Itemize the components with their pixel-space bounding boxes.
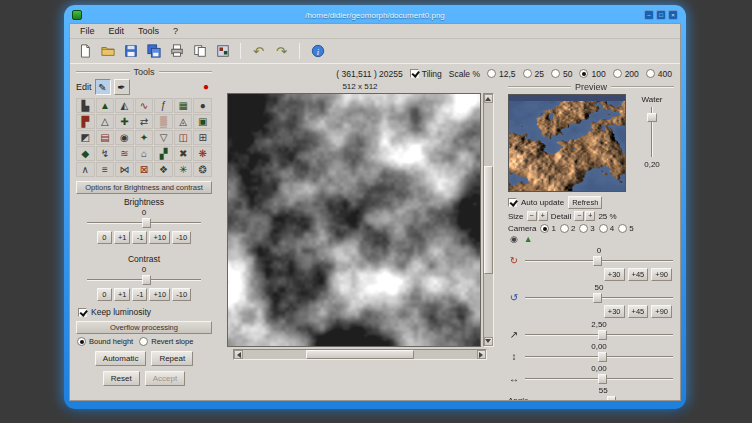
tool-icon[interactable]: △ <box>96 114 115 129</box>
save-icon[interactable] <box>120 41 141 61</box>
detail-increase-button[interactable]: + <box>585 211 595 221</box>
tool-icon[interactable]: ⊞ <box>193 130 212 145</box>
distance-slider[interactable] <box>524 330 674 340</box>
tool-icon[interactable]: ◭ <box>115 98 134 113</box>
tool-icon[interactable]: ▤ <box>96 130 115 145</box>
scroll-right-icon[interactable] <box>477 350 486 359</box>
angle-slider[interactable] <box>532 396 674 400</box>
elevation-plus90-button[interactable]: +90 <box>651 305 672 318</box>
vertical-scrollbar[interactable] <box>483 93 494 347</box>
refresh-button[interactable]: Refresh <box>568 196 602 209</box>
save-as-icon[interactable] <box>143 41 164 61</box>
rotation-plus45-button[interactable]: +45 <box>628 268 649 281</box>
scroll-up-icon[interactable] <box>484 94 493 103</box>
camera-option-5[interactable]: 5 <box>618 224 633 233</box>
tool-icon[interactable]: ≡ <box>96 162 115 177</box>
brightness-step-plus10[interactable]: +10 <box>149 231 170 244</box>
automatic-button[interactable]: Automatic <box>95 351 147 366</box>
close-button[interactable]: × <box>668 10 678 20</box>
rotation-plus90-button[interactable]: +90 <box>651 268 672 281</box>
overflow-option-bound-height[interactable]: Bound height <box>77 337 133 346</box>
camera-option-3[interactable]: 3 <box>579 224 594 233</box>
menu-edit[interactable]: Edit <box>103 25 131 37</box>
pen-tool-icon[interactable]: ✒ <box>114 79 130 95</box>
pencil-tool-icon[interactable]: ✎ <box>95 79 111 95</box>
detail-decrease-button[interactable]: − <box>574 211 584 221</box>
tool-icon[interactable]: ▒ <box>154 114 173 129</box>
tool-icon[interactable]: ✳ <box>174 162 193 177</box>
brightness-slider[interactable] <box>86 218 202 228</box>
tool-icon[interactable]: ▲ <box>96 98 115 113</box>
tool-icon[interactable]: ◬ <box>174 114 193 129</box>
tool-icon[interactable]: ⋈ <box>115 162 134 177</box>
tool-icon[interactable]: ∿ <box>135 98 154 113</box>
camera-option-4[interactable]: 4 <box>599 224 614 233</box>
preferences-icon[interactable] <box>212 41 233 61</box>
tool-icon[interactable]: ✖ <box>174 146 193 161</box>
tool-icon[interactable]: ❖ <box>154 162 173 177</box>
menu-tools[interactable]: Tools <box>132 25 165 37</box>
contrast-slider[interactable] <box>86 275 202 285</box>
horizontal-scroll-thumb[interactable] <box>306 350 414 359</box>
tool-icon[interactable]: ∧ <box>76 162 95 177</box>
eye-icon[interactable]: ◉ <box>510 235 518 244</box>
tool-icon[interactable]: ƒ <box>154 98 173 113</box>
brightness-step-minus10[interactable]: -10 <box>172 231 191 244</box>
tool-icon[interactable]: ▙ <box>76 98 95 113</box>
tool-icon[interactable]: ▞ <box>154 146 173 161</box>
elevation-slider[interactable] <box>524 293 674 303</box>
minimize-button[interactable]: – <box>644 10 654 20</box>
scale-option-200[interactable]: 200 <box>613 69 639 79</box>
elevation-plus45-button[interactable]: +45 <box>628 305 649 318</box>
horizontal-scrollbar[interactable] <box>233 349 487 360</box>
tool-icon[interactable]: ✦ <box>135 130 154 145</box>
scale-option-25[interactable]: 25 <box>523 69 544 79</box>
water-slider[interactable] <box>647 106 657 158</box>
record-icon[interactable]: ● <box>203 82 209 92</box>
tool-icon[interactable]: ▽ <box>154 130 173 145</box>
tool-icon[interactable]: ▛ <box>76 114 95 129</box>
reset-button[interactable]: Reset <box>103 371 140 386</box>
contrast-step-minus10[interactable]: -10 <box>172 288 191 301</box>
tool-icon[interactable]: ↯ <box>96 146 115 161</box>
tiling-toggle[interactable]: Tiling <box>410 69 442 79</box>
contrast-step-plus10[interactable]: +10 <box>149 288 170 301</box>
contrast-step-plus1[interactable]: +1 <box>114 288 131 301</box>
tool-icon[interactable]: ⇄ <box>135 114 154 129</box>
brightness-step-minus1[interactable]: -1 <box>132 231 147 244</box>
heightfield-canvas[interactable] <box>228 94 480 346</box>
tool-icon[interactable]: ❋ <box>193 146 212 161</box>
overflow-option-revert-slope[interactable]: Revert slope <box>139 337 193 346</box>
titlebar[interactable]: /home/didier/geomorph/document0.png – □ … <box>69 7 681 23</box>
elevation-plus30-button[interactable]: +30 <box>604 305 625 318</box>
scroll-down-icon[interactable] <box>484 337 493 346</box>
auto-update-checkbox[interactable] <box>508 198 517 207</box>
scroll-left-icon[interactable] <box>234 350 243 359</box>
tool-icon[interactable]: ❂ <box>193 162 212 177</box>
print-icon[interactable] <box>166 41 187 61</box>
mesh-icon[interactable]: ▲ <box>524 235 533 244</box>
camera-option-2[interactable]: 2 <box>560 224 575 233</box>
tool-icon[interactable]: ● <box>193 98 212 113</box>
accept-button[interactable]: Accept <box>145 371 185 386</box>
open-folder-icon[interactable] <box>97 41 118 61</box>
tool-icon[interactable]: ⊠ <box>135 162 154 177</box>
tiling-checkbox[interactable] <box>410 69 419 78</box>
tool-icon[interactable]: ▦ <box>174 98 193 113</box>
contrast-step-zero[interactable]: 0 <box>97 288 112 301</box>
tool-icon[interactable]: ≋ <box>115 146 134 161</box>
rotation-plus30-button[interactable]: +30 <box>604 268 625 281</box>
camera-option-1[interactable]: 1 <box>540 224 555 233</box>
scale-option-100[interactable]: 100 <box>579 69 605 79</box>
rotation-slider[interactable] <box>524 256 674 266</box>
contrast-step-minus1[interactable]: -1 <box>132 288 147 301</box>
heightfield-image[interactable] <box>227 93 481 347</box>
size-decrease-button[interactable]: − <box>527 211 537 221</box>
undo-icon[interactable]: ↶ <box>248 41 269 61</box>
tool-icon[interactable]: ⌂ <box>135 146 154 161</box>
tool-icon[interactable]: ◫ <box>174 130 193 145</box>
tool-icon[interactable]: ▣ <box>193 114 212 129</box>
tool-icon[interactable]: ◉ <box>115 130 134 145</box>
pan-vertical-slider[interactable] <box>524 352 674 362</box>
tool-icon[interactable]: ◩ <box>76 130 95 145</box>
